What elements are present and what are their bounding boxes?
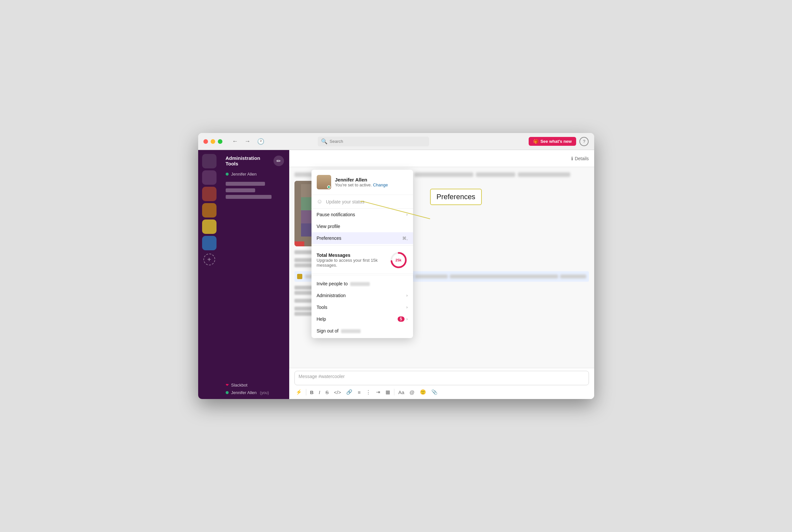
list-button[interactable]: ≡ (356, 388, 362, 396)
user-name-label: Jennifer Allen (231, 172, 257, 176)
workspace-name[interactable]: Administration Tools (226, 155, 274, 166)
menu-divider-1 (311, 245, 413, 246)
preferences-shortcut: ⌘, (402, 236, 408, 241)
preferences-tooltip: Preferences (430, 189, 482, 205)
invite-people-text: Invite people to (317, 281, 370, 286)
help-circle-button[interactable]: ? (579, 137, 588, 146)
jennifer-status-dot (226, 391, 229, 394)
titlebar-right: 🎁 See what's new ? (529, 137, 589, 146)
menu-items-bottom: Invite people to Administration › Tools … (311, 277, 413, 338)
change-status-link[interactable]: Change (373, 183, 388, 187)
details-button[interactable]: ℹ Details (571, 156, 589, 161)
administration-item[interactable]: Administration › (311, 290, 413, 301)
toolbar-sep-1 (306, 389, 306, 395)
sidebar-item-blur1[interactable] (220, 180, 289, 187)
bold-button[interactable]: B (309, 388, 315, 396)
update-status-item[interactable]: ☺ Update your status (311, 195, 413, 209)
bullet-button[interactable]: ⋮ (365, 388, 372, 396)
italic-button[interactable]: I (317, 388, 321, 396)
attach-button[interactable]: 📎 (430, 388, 439, 396)
total-messages-text: Total Messages Upgrade to access your fi… (317, 252, 382, 268)
link-button[interactable]: 🔗 (345, 388, 354, 396)
help-item[interactable]: Help 5 › (311, 313, 413, 325)
sidebar-item-blur2[interactable] (220, 187, 289, 194)
emoji-button[interactable]: 🙂 (419, 388, 427, 396)
see-whats-new-button[interactable]: 🎁 See what's new (529, 137, 577, 146)
mention-button[interactable]: @ (408, 388, 416, 396)
sign-out-text: Sign out of (317, 328, 361, 334)
block-button[interactable]: ▦ (384, 388, 391, 396)
composer: Message #watercooler ⚡ B I S </> 🔗 ≡ ⋮ ⇥… (289, 368, 594, 399)
add-workspace-button[interactable]: + (204, 253, 215, 265)
search-bar[interactable]: 🔍 (318, 137, 429, 147)
status-placeholder: Update your status (326, 199, 365, 204)
tools-item[interactable]: Tools › (311, 301, 413, 313)
minimize-button[interactable] (211, 139, 215, 144)
history-button[interactable]: 🕐 (255, 137, 266, 146)
heart-icon: ❤ (226, 383, 229, 387)
search-input[interactable] (329, 139, 426, 144)
invite-people-item[interactable]: Invite people to (311, 278, 413, 290)
slackbot-item[interactable]: ❤ Slackbot (226, 381, 284, 389)
dropdown-user-name: Jennifer Allen (335, 177, 388, 183)
jennifer-name: Jennifer Allen (231, 390, 257, 395)
signout-workspace-blur (341, 329, 361, 333)
composer-placeholder: Message #watercooler (299, 374, 345, 379)
dropdown-user-header: Jennifer Allen You're set to active. Cha… (311, 170, 413, 195)
toolbar-sep-2 (394, 389, 394, 395)
preferences-item[interactable]: Preferences ⌘, (311, 232, 413, 244)
user-status-row: Jennifer Allen (220, 172, 289, 179)
help-chevron-icon: › (406, 317, 408, 321)
code-button[interactable]: </> (333, 388, 343, 396)
workspace-icon-4[interactable] (202, 203, 216, 217)
slackbot-label: Slackbot (231, 383, 248, 387)
workspace-icon-3[interactable] (202, 187, 216, 201)
search-icon: 🔍 (321, 138, 328, 145)
main-content: ℹ Details (289, 150, 594, 399)
sign-out-item[interactable]: Sign out of (311, 325, 413, 337)
administration-chevron-icon: › (406, 293, 408, 298)
messages-count: 25k (395, 258, 401, 262)
close-button[interactable] (204, 139, 208, 144)
pause-notifications-item[interactable]: Pause notifications › (311, 209, 413, 221)
sidebar-section (220, 179, 289, 202)
view-profile-item[interactable]: View profile (311, 221, 413, 232)
back-button[interactable]: ← (230, 137, 240, 146)
online-status-dot (226, 173, 229, 176)
app-body: + Administration Tools ✏ Jennifer Allen (198, 150, 594, 399)
avatar-status-dot (327, 185, 330, 189)
info-icon: ℹ (571, 156, 573, 161)
total-messages-title: Total Messages (317, 252, 382, 258)
compose-button[interactable]: ✏ (273, 156, 284, 166)
workspace-icon-5[interactable] (202, 220, 216, 234)
sidebar-bottom: ❤ Slackbot Jennifer Allen (you) (220, 379, 289, 399)
message-input[interactable]: Message #watercooler (294, 371, 589, 385)
workspace-blur (350, 282, 370, 286)
sidebar-header: Administration Tools ✏ (220, 153, 289, 169)
menu-divider-2 (311, 275, 413, 275)
user-avatar (317, 175, 331, 189)
forward-button[interactable]: → (243, 137, 253, 146)
jennifer-item[interactable]: Jennifer Allen (you) (226, 389, 284, 396)
sidebar-item-blur3[interactable] (220, 194, 289, 200)
titlebar: ← → 🕐 🔍 🎁 See what's new ? (198, 133, 594, 150)
icon-sidebar: + (198, 150, 220, 399)
messages-circle: 25k (389, 251, 408, 269)
channel-sidebar: Administration Tools ✏ Jennifer Allen (220, 150, 289, 399)
chevron-right-icon: › (406, 212, 408, 217)
maximize-button[interactable] (218, 139, 223, 144)
total-messages-section: Total Messages Upgrade to access your fi… (311, 247, 413, 273)
emoji-icon: ☺ (317, 198, 323, 205)
total-messages-desc: Upgrade to access your first 15k message… (317, 258, 382, 268)
indent-button[interactable]: ⇥ (375, 388, 382, 396)
tools-chevron-icon: › (406, 305, 408, 309)
workspace-icon-2[interactable] (202, 170, 216, 185)
strikethrough-button[interactable]: S (324, 388, 330, 396)
lightning-button[interactable]: ⚡ (294, 388, 303, 396)
workspace-icon-6[interactable] (202, 236, 216, 250)
workspace-icon-1[interactable] (202, 154, 216, 168)
help-badge: 5 (398, 317, 405, 322)
font-button[interactable]: Aa (397, 388, 406, 396)
channel-header: ℹ Details (289, 150, 594, 167)
app-window: ← → 🕐 🔍 🎁 See what's new ? (198, 133, 594, 399)
